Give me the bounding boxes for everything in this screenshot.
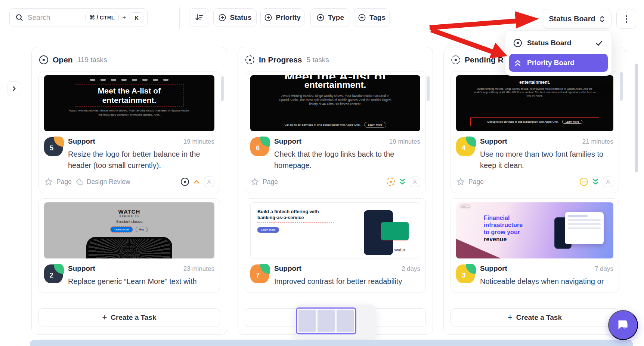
task-card[interactable]: Meet the A-list of entertainment. Award-…: [38, 71, 220, 193]
tag-design-review: Design Review: [87, 178, 130, 186]
card-title: Support: [480, 264, 595, 273]
thumb-line4: revenue: [484, 236, 523, 243]
thumb-brand: stripe: [461, 204, 470, 208]
task-card[interactable]: stripe Financial infrastructure to grow …: [451, 198, 619, 293]
check-icon: [595, 39, 603, 47]
create-task-button[interactable]: + Create a Task: [451, 308, 619, 327]
column-name: Open: [53, 55, 73, 64]
dashboard-card-graphic: [565, 212, 604, 244]
thumb-subtext: Award-winning movies. Binge-worthy shows…: [473, 87, 596, 97]
thumb-promo-banner: Get up to six services in one subscripti…: [470, 117, 599, 126]
bottom-selection-strip: [30, 340, 633, 346]
chat-widget-button[interactable]: [608, 310, 638, 340]
star-icon[interactable]: [250, 177, 259, 186]
status-open-icon[interactable]: [181, 178, 189, 186]
task-card[interactable]: Build a fintech offering with banking-as…: [245, 198, 426, 293]
tag-page: Page: [56, 178, 72, 186]
assignee-avatar[interactable]: [204, 177, 214, 187]
kanban-app: ⌘ / CTRL + K Status: [0, 0, 644, 346]
card-thumbnail-appletv: Meet the A-list of entertainment. Award-…: [250, 75, 420, 131]
priority-double-chevron-down-icon[interactable]: [591, 177, 600, 186]
filter-priority-label: Priority: [276, 13, 301, 22]
tag-page: Page: [263, 178, 278, 186]
menu-item-label: Priority Board: [527, 59, 575, 67]
star-icon[interactable]: [44, 177, 53, 186]
thumb-cta: Learn more: [562, 120, 582, 124]
kanban-board: Open 119 tasks Meet the A-list of entert…: [31, 47, 626, 335]
double-chevron-up-icon: [514, 58, 522, 67]
page-scrollbar[interactable]: [635, 64, 638, 172]
thumb-cta-secondary: Buy: [136, 227, 148, 232]
task-card[interactable]: WATCH SERIES 10 Thinstant classic. Learn…: [38, 198, 220, 293]
thumb-cta: Learn more: [364, 122, 386, 128]
status-in-progress-icon[interactable]: [387, 178, 395, 186]
column-scrollbar[interactable]: [427, 76, 430, 101]
assignee-avatar[interactable]: [410, 177, 420, 187]
plus-icon: +: [102, 313, 107, 322]
create-task-button[interactable]: + Create a Task: [38, 308, 220, 327]
search-input[interactable]: [28, 13, 81, 22]
kebab-menu-icon: [626, 15, 627, 23]
thumb-heading: entertainment.: [519, 80, 550, 85]
selector-chevrons-icon: [599, 15, 606, 23]
column-scrollbar[interactable]: [221, 76, 224, 101]
filter-status-button[interactable]: Status: [213, 8, 257, 27]
thumb-line2: infrastructure: [484, 221, 523, 229]
column-count: 5 tasks: [307, 56, 329, 64]
thumb-heading: Build a fintech offering with banking-as…: [257, 209, 334, 223]
task-number-badge: 4: [456, 137, 475, 156]
column-open: Open 119 tasks Meet the A-list of entert…: [31, 47, 227, 335]
drag-ghost-placeholder[interactable]: [296, 307, 356, 334]
sort-button[interactable]: [189, 8, 209, 27]
board-switcher-menu: Status Board Priority Board: [505, 30, 612, 76]
card-list: entertainment. Award-winning movies. Bin…: [444, 70, 626, 304]
filter-type-button[interactable]: Type: [310, 8, 350, 27]
column-in-progress: In Progress 5 tasks Meet the A-list of e…: [238, 47, 433, 335]
expand-sidebar-button[interactable]: [7, 81, 21, 96]
task-card[interactable]: entertainment. Award-winning movies. Bin…: [451, 71, 619, 193]
assignee-avatar[interactable]: [603, 177, 613, 187]
plus-circle-icon: [264, 13, 272, 22]
task-number-badge: 5: [44, 137, 63, 156]
card-title: Support: [68, 264, 183, 273]
task-number-badge: 2: [44, 264, 63, 283]
more-options-button[interactable]: [616, 9, 636, 29]
star-icon[interactable]: [456, 177, 465, 186]
status-in-progress-icon: [245, 55, 254, 64]
card-description: Improved contrast for better readability: [274, 276, 420, 287]
status-board-icon: [514, 39, 522, 47]
filter-priority-button[interactable]: Priority: [260, 8, 304, 27]
card-time: 19 minutes: [183, 138, 214, 146]
card-time: 7 days: [595, 265, 613, 273]
card-title: Support: [68, 137, 183, 146]
status-pending-icon: [451, 55, 460, 64]
shortcut-mod-key: ⌘ / CTRL: [85, 12, 119, 23]
menu-item-status-board[interactable]: Status Board: [509, 34, 608, 52]
thumb-line3: to grow your: [484, 229, 523, 236]
card-list: Meet the A-list of entertainment. Award-…: [238, 70, 433, 304]
thumb-cta-primary: Learn more: [111, 227, 132, 232]
task-card[interactable]: Meet the A-list of entertainment. Award-…: [245, 71, 426, 193]
filter-tags-label: Tags: [369, 13, 386, 22]
column-count: 119 tasks: [77, 56, 107, 64]
card-title: Support: [274, 137, 389, 146]
board-switcher-button[interactable]: Status Board: [543, 9, 612, 29]
thumb-line1: Financial: [484, 214, 523, 221]
search-box[interactable]: ⌘ / CTRL + K: [9, 8, 148, 27]
priority-double-chevron-down-icon[interactable]: [398, 177, 406, 186]
column-header: Open 119 tasks: [32, 47, 227, 70]
search-icon: [15, 13, 24, 22]
filter-tags-button[interactable]: Tags: [354, 8, 390, 27]
thumb-footer-text: Get up to six services in one subscripti…: [284, 123, 360, 126]
column-scrollbar[interactable]: [620, 72, 623, 101]
menu-item-priority-board[interactable]: Priority Board: [509, 54, 608, 72]
priority-chevron-up-icon[interactable]: [192, 178, 201, 186]
chat-bubble-icon: [616, 318, 631, 333]
card-description: Noticeable delays when navigating or: [480, 276, 613, 287]
card-footer: Page Design Review: [44, 176, 214, 187]
card-footer: Page: [250, 176, 420, 187]
card-list: Meet the A-list of entertainment. Award-…: [32, 70, 227, 304]
card-description: Replace generic “Learn More” text with: [68, 276, 214, 287]
status-pending-icon[interactable]: [580, 178, 588, 186]
card-description: Resize the logo for better balance in th…: [68, 148, 214, 171]
